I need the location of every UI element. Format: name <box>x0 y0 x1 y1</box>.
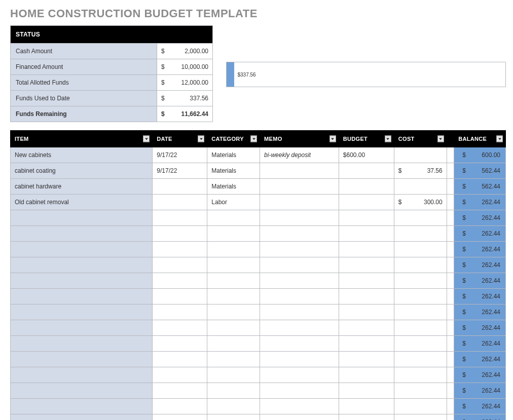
cell-item[interactable]: cabinet coating <box>11 163 153 179</box>
cell-budget[interactable] <box>339 414 394 421</box>
cell-budget[interactable] <box>339 163 394 179</box>
cell-balance[interactable]: $262.44 <box>454 320 506 336</box>
cell-item[interactable] <box>11 414 153 421</box>
cell-cost[interactable] <box>394 210 447 226</box>
cell-budget[interactable] <box>339 242 394 257</box>
cell-cost[interactable] <box>394 257 447 273</box>
cell-balance[interactable]: $262.44 <box>454 367 506 383</box>
cell-date[interactable] <box>153 414 207 421</box>
cell-item[interactable] <box>11 320 153 336</box>
filter-icon[interactable] <box>437 136 444 142</box>
col-memo[interactable]: MEMO <box>260 131 339 147</box>
cell-balance[interactable]: $262.44 <box>454 242 506 257</box>
status-row-value[interactable]: $2,000.00 <box>157 44 212 59</box>
cell-budget[interactable] <box>339 210 394 226</box>
cell-category[interactable] <box>207 414 260 421</box>
cell-budget[interactable] <box>339 289 394 304</box>
cell-budget[interactable] <box>339 226 394 242</box>
cell-date[interactable] <box>153 367 207 383</box>
cell-item[interactable]: Old cabinet removal <box>11 195 153 210</box>
cell-balance[interactable]: $262.44 <box>454 414 506 421</box>
cell-budget[interactable] <box>339 383 394 399</box>
cell-category[interactable] <box>207 304 260 320</box>
cell-budget[interactable] <box>339 352 394 367</box>
cell-budget[interactable] <box>339 257 394 273</box>
cell-item[interactable] <box>11 352 153 367</box>
cell-cost[interactable] <box>394 304 447 320</box>
cell-memo[interactable]: bi-weekly deposit <box>260 147 339 163</box>
cell-balance[interactable]: $262.44 <box>454 210 506 226</box>
cell-item[interactable] <box>11 367 153 383</box>
cell-item[interactable] <box>11 257 153 273</box>
cell-balance[interactable]: $562.44 <box>454 179 506 195</box>
cell-category[interactable] <box>207 289 260 304</box>
cell-item[interactable] <box>11 210 153 226</box>
filter-icon[interactable] <box>198 136 204 142</box>
cell-date[interactable] <box>153 289 207 304</box>
cell-category[interactable] <box>207 399 260 414</box>
cell-date[interactable] <box>153 352 207 367</box>
cell-memo[interactable] <box>260 257 339 273</box>
col-date[interactable]: DATE <box>153 131 207 147</box>
cell-date[interactable] <box>153 383 207 399</box>
cell-date[interactable] <box>153 320 207 336</box>
cell-cost[interactable] <box>394 336 447 352</box>
cell-cost[interactable] <box>394 414 447 421</box>
col-budget[interactable]: BUDGET <box>339 131 394 147</box>
cell-category[interactable]: Labor <box>207 195 260 210</box>
cell-item[interactable] <box>11 242 153 257</box>
cell-date[interactable] <box>153 399 207 414</box>
cell-category[interactable] <box>207 273 260 289</box>
cell-balance[interactable]: $262.44 <box>454 336 506 352</box>
col-balance[interactable]: BALANCE <box>454 131 506 147</box>
cell-date[interactable] <box>153 336 207 352</box>
cell-date[interactable] <box>153 226 207 242</box>
cell-cost[interactable] <box>394 179 447 195</box>
cell-item[interactable] <box>11 399 153 414</box>
cell-memo[interactable] <box>260 210 339 226</box>
cell-cost[interactable]: $37.56 <box>394 163 447 179</box>
cell-date[interactable] <box>153 257 207 273</box>
cell-date[interactable] <box>153 210 207 226</box>
cell-budget[interactable] <box>339 399 394 414</box>
cell-item[interactable]: New cabinets <box>11 147 153 163</box>
cell-category[interactable] <box>207 226 260 242</box>
cell-memo[interactable] <box>260 304 339 320</box>
filter-icon[interactable] <box>496 136 503 142</box>
cell-budget[interactable]: $600.00 <box>339 147 394 163</box>
cell-item[interactable] <box>11 226 153 242</box>
cell-item[interactable] <box>11 336 153 352</box>
cell-category[interactable] <box>207 336 260 352</box>
col-cost[interactable]: COST <box>394 131 447 147</box>
cell-memo[interactable] <box>260 242 339 257</box>
cell-memo[interactable] <box>260 352 339 367</box>
cell-memo[interactable] <box>260 226 339 242</box>
cell-date[interactable] <box>153 195 207 210</box>
cell-cost[interactable] <box>394 147 447 163</box>
status-row-value[interactable]: $12,000.00 <box>157 75 212 90</box>
cell-category[interactable] <box>207 210 260 226</box>
cell-budget[interactable] <box>339 195 394 210</box>
cell-cost[interactable] <box>394 273 447 289</box>
cell-balance[interactable]: $600.00 <box>454 147 506 163</box>
cell-cost[interactable] <box>394 242 447 257</box>
cell-category[interactable] <box>207 257 260 273</box>
cell-category[interactable]: Materials <box>207 179 260 195</box>
cell-category[interactable]: Materials <box>207 163 260 179</box>
cell-balance[interactable]: $262.44 <box>454 383 506 399</box>
cell-date[interactable] <box>153 179 207 195</box>
status-row-value[interactable]: $11,662.44 <box>157 106 212 122</box>
cell-memo[interactable] <box>260 320 339 336</box>
cell-cost[interactable]: $300.00 <box>394 195 447 210</box>
filter-icon[interactable] <box>385 136 391 142</box>
cell-memo[interactable] <box>260 367 339 383</box>
cell-item[interactable]: cabinet hardware <box>11 179 153 195</box>
cell-cost[interactable] <box>394 320 447 336</box>
status-row-value[interactable]: $10,000.00 <box>157 59 212 74</box>
cell-cost[interactable] <box>394 383 447 399</box>
cell-item[interactable] <box>11 273 153 289</box>
cell-category[interactable] <box>207 352 260 367</box>
cell-cost[interactable] <box>394 289 447 304</box>
cell-date[interactable] <box>153 242 207 257</box>
cell-memo[interactable] <box>260 336 339 352</box>
